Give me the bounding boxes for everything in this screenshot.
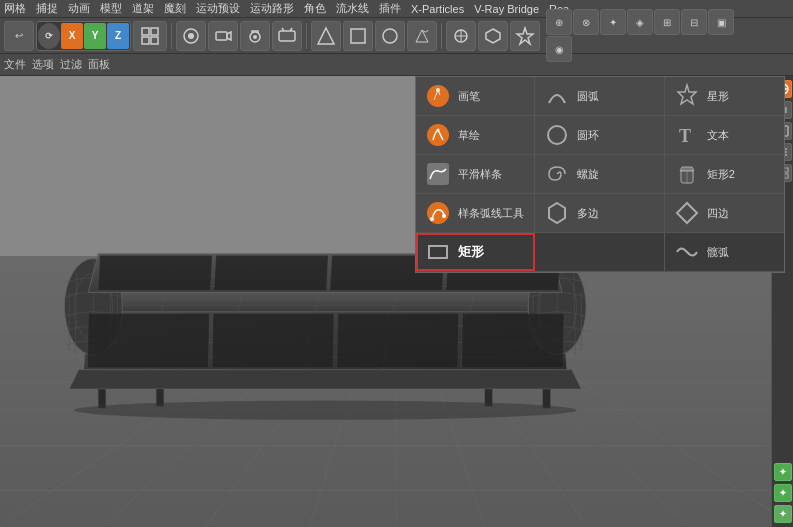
undo-button[interactable]: ↩ <box>4 21 34 51</box>
extra-btn8[interactable]: ◉ <box>546 36 572 62</box>
svg-rect-6 <box>216 32 227 40</box>
shape-btn2[interactable] <box>478 21 508 51</box>
sketch-tool-label: 草绘 <box>458 128 480 143</box>
menu-xparticles[interactable]: X-Particles <box>411 3 464 15</box>
bucket-icon <box>673 160 701 188</box>
svg-rect-2 <box>142 37 149 44</box>
svg-marker-19 <box>517 28 533 44</box>
y-axis-button[interactable]: Y <box>84 23 106 49</box>
svg-marker-102 <box>549 203 565 223</box>
svg-point-94 <box>437 129 440 132</box>
menu-magic[interactable]: 魔刻 <box>164 1 186 16</box>
z-axis-button[interactable]: Z <box>107 23 129 49</box>
menu-character[interactable]: 角色 <box>304 1 326 16</box>
wave-icon <box>673 238 701 266</box>
extra-btn5[interactable]: ⊞ <box>654 9 680 35</box>
svg-marker-7 <box>227 32 231 40</box>
smooth-spline-item[interactable]: 平滑样条 <box>416 155 535 193</box>
svg-marker-103 <box>677 203 697 223</box>
camera-btn4[interactable] <box>272 21 302 51</box>
view-mode-button[interactable] <box>133 21 167 51</box>
svg-point-99 <box>427 202 449 224</box>
extra-btn1[interactable]: ⊕ <box>546 9 572 35</box>
smooth-spline-label: 平滑样条 <box>458 167 502 182</box>
sketch-tool-item[interactable]: 草绘 <box>416 116 535 154</box>
polygon-tool-label: 多边 <box>577 206 599 221</box>
menu-snap[interactable]: 捕捉 <box>36 1 58 16</box>
3d-viewport[interactable]: 画笔 圆弧 星形 <box>0 76 793 527</box>
menu-model[interactable]: 模型 <box>100 1 122 16</box>
right-btn-7[interactable]: ✦ <box>774 484 792 502</box>
shape-btn1[interactable] <box>446 21 476 51</box>
polygon-tool-item[interactable]: 多边 <box>535 194 664 232</box>
spiral-tool-label: 螺旋 <box>577 167 599 182</box>
menu-grid[interactable]: 网格 <box>4 1 26 16</box>
wave-tool-label: 髋弧 <box>707 245 729 260</box>
menu-motion-preset[interactable]: 运动预设 <box>196 1 240 16</box>
wave-tool-item[interactable]: 髋弧 <box>665 233 784 271</box>
svg-marker-13 <box>318 28 334 44</box>
svg-rect-10 <box>279 31 295 41</box>
extra-btn4[interactable]: ◈ <box>627 9 653 35</box>
svg-point-89 <box>74 401 577 420</box>
extra-btn6[interactable]: ⊟ <box>681 9 707 35</box>
tool-btn4[interactable] <box>407 21 437 51</box>
svg-marker-84 <box>461 314 563 368</box>
rect2-tool-item[interactable]: 矩形2 <box>665 155 784 193</box>
smooth-spline-icon <box>424 160 452 188</box>
star-tool-item[interactable]: 星形 <box>665 77 784 115</box>
x-axis-button[interactable]: X <box>61 23 83 49</box>
shape-btn3[interactable] <box>510 21 540 51</box>
extra-btn7[interactable]: ▣ <box>708 9 734 35</box>
extra-btn2[interactable]: ⊗ <box>573 9 599 35</box>
svg-marker-38 <box>88 292 571 311</box>
svg-rect-0 <box>142 28 149 35</box>
svg-marker-78 <box>214 256 328 291</box>
arc-tool-item[interactable]: 圆弧 <box>535 77 664 115</box>
xyz-toggle[interactable]: ⟳ <box>38 23 60 49</box>
camera-btn2[interactable] <box>208 21 238 51</box>
circle-tool-item[interactable]: 圆环 <box>535 116 664 154</box>
circle-icon <box>543 121 571 149</box>
text-tool-label: 文本 <box>707 128 729 143</box>
empty-cell <box>535 233 664 271</box>
menu-motion-shape[interactable]: 运动路形 <box>250 1 294 16</box>
toolbar2-filter[interactable]: 过滤 <box>60 57 82 72</box>
right-btn-6[interactable]: ✦ <box>774 463 792 481</box>
menu-plugin[interactable]: 插件 <box>379 1 401 16</box>
spiral-tool-item[interactable]: 螺旋 <box>535 155 664 193</box>
pen-tool-item[interactable]: 画笔 <box>416 77 535 115</box>
camera-btn3[interactable] <box>240 21 270 51</box>
sep1 <box>171 23 172 49</box>
toolbar2-options[interactable]: 选项 <box>32 57 54 72</box>
menu-bridge[interactable]: 道架 <box>132 1 154 16</box>
rect-tool-item[interactable]: 矩形 <box>416 233 535 271</box>
svg-rect-14 <box>351 29 365 43</box>
right-btn-8[interactable]: ✦ <box>774 505 792 523</box>
toolbar2-panel[interactable]: 面板 <box>88 57 110 72</box>
extra-btn3[interactable]: ✦ <box>600 9 626 35</box>
diamond-tool-item[interactable]: 四边 <box>665 194 784 232</box>
spline-arc-item[interactable]: 样条弧线工具 <box>416 194 535 232</box>
svg-rect-88 <box>543 389 551 408</box>
arc-icon <box>543 82 571 110</box>
svg-point-100 <box>430 217 434 221</box>
toolbar2-file[interactable]: 文件 <box>4 57 26 72</box>
svg-marker-81 <box>87 314 209 368</box>
svg-point-91 <box>436 88 440 92</box>
camera-btn1[interactable] <box>176 21 206 51</box>
tool-btn2[interactable] <box>343 21 373 51</box>
menu-anim[interactable]: 动画 <box>68 1 90 16</box>
menu-pipeline[interactable]: 流水线 <box>336 1 369 16</box>
tool-btn3[interactable] <box>375 21 405 51</box>
tool-btn1[interactable] <box>311 21 341 51</box>
star-icon <box>673 82 701 110</box>
svg-marker-36 <box>69 370 581 389</box>
menu-vray-bridge[interactable]: V-Ray Bridge <box>474 3 539 15</box>
text-tool-item[interactable]: T 文本 <box>665 116 784 154</box>
spline-tool-dropdown: 画笔 圆弧 星形 <box>415 76 785 273</box>
spline-arc-label: 样条弧线工具 <box>458 206 524 221</box>
svg-rect-97 <box>427 163 449 185</box>
svg-text:T: T <box>679 126 691 146</box>
svg-marker-77 <box>98 256 212 291</box>
